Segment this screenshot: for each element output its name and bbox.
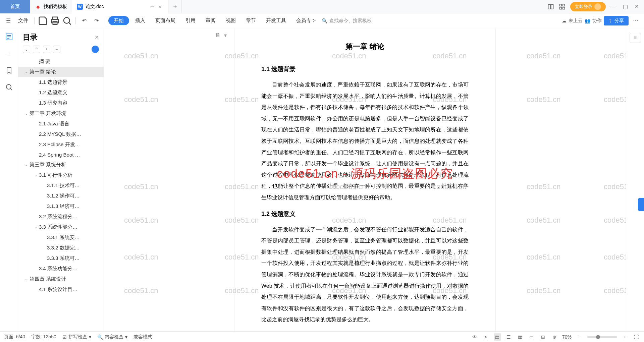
view-read-icon[interactable]: ▭ (528, 333, 535, 341)
zoom-in-icon[interactable]: + (621, 333, 629, 341)
maximize-icon[interactable]: ▢ (622, 3, 629, 10)
tab-insert[interactable]: 插入 (131, 15, 149, 26)
tab-dev-tools[interactable]: 开发工具 (262, 15, 290, 26)
tab-page-layout[interactable]: 页面布局 (151, 15, 179, 26)
close-icon[interactable]: ✕ (158, 4, 163, 9)
outline-item[interactable]: 3.1.3 经济可… (18, 201, 104, 212)
spell-check[interactable]: ☑ 拼写检查 ▾ (62, 334, 91, 340)
outline-panel: 目录 ✕ ⌄ ⌃ + − 摘 要⌄第一章 绪论1.1 选题背景1.2 选题意义1… (18, 28, 104, 331)
zoom-slider[interactable] (587, 336, 617, 338)
zoom-level[interactable]: 70% (562, 334, 572, 340)
ai-icon[interactable] (92, 46, 99, 53)
svg-line-16 (10, 89, 12, 90)
page-doc-icon[interactable]: 🗎 (215, 32, 221, 39)
bookmark-icon[interactable] (5, 66, 13, 74)
outline-item[interactable]: 3.3.1 系统安… (18, 232, 104, 243)
view-page-icon[interactable]: ▤ (494, 333, 501, 341)
watermark-grey: code51.cn (604, 253, 626, 262)
view-web-icon[interactable]: ▦ (517, 333, 524, 341)
outline-close-icon[interactable]: ✕ (95, 34, 99, 41)
eye-icon[interactable]: 👁 (471, 333, 478, 341)
sun-icon[interactable]: ☀ (482, 333, 490, 341)
page-indicator[interactable]: 页面: 6/40 (4, 334, 25, 340)
redo-icon[interactable]: ↷ (91, 16, 101, 26)
outline-item[interactable]: ⌄第四章 系统设计 (18, 274, 104, 284)
add-node-icon[interactable]: + (43, 46, 50, 53)
login-button[interactable]: 立即登录 (570, 2, 606, 11)
outline-item[interactable]: 1.1 选题背景 (18, 77, 104, 88)
zoom-out-icon[interactable]: − (576, 333, 583, 341)
outline-item[interactable]: 2.3 Eclipse 开发… (18, 139, 104, 150)
file-menu[interactable]: 文件 (15, 16, 31, 25)
outline-item[interactable]: 摘 要 (18, 56, 104, 67)
outline-item[interactable]: 4.1 系统设计目… (18, 284, 104, 295)
tab-references[interactable]: 引用 (181, 15, 200, 26)
outline-item[interactable]: 3.3.2 数据完… (18, 243, 104, 253)
new-tab-button[interactable]: + (168, 0, 182, 13)
watermark-grey: code51.cn (527, 253, 561, 262)
ruler-icon[interactable]: ⊟ (539, 333, 547, 341)
outline-item[interactable]: 3.4 系统功能分… (18, 264, 104, 274)
right-panel-toggle-icon[interactable]: ≡ (630, 33, 641, 43)
minimize-icon[interactable]: — (610, 3, 617, 10)
compat-mode[interactable]: 兼容模式 (133, 334, 152, 340)
outline-item[interactable]: ⌄第二章 开发环境 (18, 108, 104, 119)
outline-item[interactable]: 1.3 研究内容 (18, 98, 104, 108)
cloud-status[interactable]: ☁ 未上云 (562, 18, 583, 24)
window-mode-icon[interactable]: ▭ (149, 4, 155, 10)
document-canvas[interactable]: 🗎 ▾ 第一章 绪论 1.1 选题背景 目前整个社会发展的速度，严重依赖于互联网… (104, 28, 626, 331)
layout-icon[interactable] (547, 3, 554, 10)
outline-icon[interactable] (5, 33, 13, 41)
outline-item[interactable]: 3.1.1 技术可… (18, 180, 104, 191)
outline-item[interactable]: 2.4 Spring Boot … (18, 150, 104, 160)
save-icon[interactable] (38, 16, 48, 26)
outline-item[interactable]: 1.2 选题意义 (18, 88, 104, 98)
chapter-title: 第一章 绪论 (261, 42, 469, 52)
outline-item[interactable]: 3.2 系统流程分… (18, 212, 104, 222)
apps-icon[interactable] (559, 3, 566, 10)
tab-member[interactable]: 会员专 > (292, 15, 320, 26)
undo-icon[interactable]: ↶ (79, 16, 89, 26)
zoom-fit-icon[interactable]: ⊕ (551, 333, 558, 341)
collab-button[interactable]: 👥 协作 (585, 18, 602, 24)
outline-item[interactable]: ⌄第一章 绪论 (18, 67, 104, 77)
command-search[interactable]: 🔍 查找命令、搜索模板 (322, 18, 372, 24)
close-window-icon[interactable]: ✕ (633, 3, 640, 10)
watermark-grey: code51.cn (527, 52, 561, 60)
outline-item[interactable]: ⌄3.1 可行性分析 (18, 170, 104, 180)
menu-icon[interactable]: ☰ (3, 16, 13, 26)
paragraph: 目前整个社会发展的速度，严重依赖于互联网，如果没有了互联网的存在，市场可能会一蹶… (261, 79, 469, 203)
expand-all-icon[interactable]: ⌃ (33, 46, 40, 53)
tab-home[interactable]: 首页 (0, 0, 30, 13)
tab-review[interactable]: 审阅 (202, 15, 220, 26)
preview-icon[interactable] (62, 16, 72, 26)
collapse-all-icon[interactable]: ⌄ (23, 46, 30, 53)
share-button[interactable]: ⇪ 分享 (604, 16, 629, 25)
word-count[interactable]: 字数: 12550 (31, 334, 56, 340)
tab-document[interactable]: W 论文.doc ▭ ✕ (72, 0, 168, 13)
outline-item[interactable]: 2.1 Java 语言 (18, 119, 104, 129)
rail-pin-icon[interactable]: ⟂ (5, 50, 13, 58)
tab-chapter[interactable]: 章节 (242, 15, 260, 26)
outline-item[interactable]: 2.2 MYSQL 数据… (18, 129, 104, 139)
remove-node-icon[interactable]: − (53, 46, 60, 53)
outline-item[interactable]: 3.3.3 系统可… (18, 253, 104, 264)
watermark-grey: code51.cn (527, 182, 561, 191)
tab-view[interactable]: 视图 (222, 15, 240, 26)
outline-item[interactable]: 3.1.2 操作可… (18, 191, 104, 201)
print-icon[interactable] (50, 16, 60, 26)
fullscreen-icon[interactable]: ⛶ (633, 333, 640, 341)
watermark-red: code51.cn - 源码乐园盗图必究 (277, 166, 453, 182)
watermark-grey: code51.cn (527, 216, 561, 225)
tab-start[interactable]: 开始 (108, 16, 129, 25)
content-check[interactable]: 🔍 内容检查 ▾ (97, 334, 127, 340)
more-icon[interactable]: ⋯ (631, 16, 641, 26)
page-dropdown-icon[interactable]: ▾ (224, 32, 227, 39)
tab-templates[interactable]: ◆ 找稻壳模板 (30, 0, 72, 13)
side-flyout-tab[interactable] (638, 198, 644, 211)
view-outline-icon[interactable]: ☰ (505, 333, 513, 341)
outline-item[interactable]: ⌄第三章 系统分析 (18, 160, 104, 170)
outline-item[interactable]: ⌄3.3 系统性能分… (18, 222, 104, 232)
svg-rect-4 (560, 7, 562, 9)
search-icon[interactable] (5, 83, 13, 91)
